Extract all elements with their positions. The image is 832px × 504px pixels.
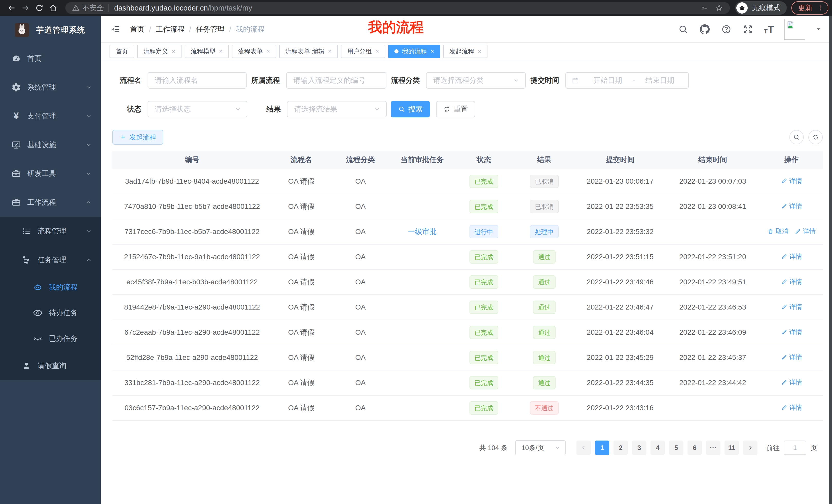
- process-filter-input[interactable]: [286, 72, 386, 89]
- goto-page-input[interactable]: [784, 441, 806, 455]
- sidebar-item-8[interactable]: 我的流程: [0, 274, 101, 300]
- sidebar-item-0[interactable]: 首页: [0, 44, 101, 73]
- detail-link[interactable]: 详情: [781, 277, 802, 286]
- page-button-11[interactable]: 11: [725, 441, 739, 455]
- chevron-down-icon[interactable]: [815, 26, 822, 32]
- action-label: 取消: [776, 227, 788, 235]
- detail-link[interactable]: 详情: [781, 252, 802, 261]
- name-filter-input[interactable]: [148, 72, 246, 89]
- breadcrumb-item[interactable]: 首页: [130, 24, 145, 34]
- show-search-toggle-button[interactable]: [789, 130, 804, 144]
- date-end-placeholder[interactable]: 结束日期: [637, 76, 683, 85]
- sidebar-item-7[interactable]: 任务管理: [0, 246, 101, 274]
- refresh-icon: [443, 106, 450, 113]
- github-icon[interactable]: [699, 24, 710, 35]
- cell-submit-time: 2022-01-22 23:46:04: [575, 320, 665, 345]
- detail-link[interactable]: 详情: [781, 378, 802, 387]
- table-toolbar: 发起流程: [112, 130, 823, 145]
- next-page-button[interactable]: [743, 441, 757, 455]
- browser-reload-button[interactable]: [32, 1, 46, 15]
- close-icon[interactable]: ×: [478, 48, 481, 54]
- sidebar-item-9[interactable]: 待办任务: [0, 300, 101, 326]
- sidebar-item-6[interactable]: 流程管理: [0, 217, 101, 246]
- key-icon[interactable]: [700, 4, 708, 12]
- chevron-down-icon: [85, 170, 92, 177]
- sidebar-item-11[interactable]: 请假查询: [0, 352, 101, 380]
- create-process-button[interactable]: 发起流程: [112, 130, 163, 145]
- cell-result: 通过: [514, 370, 575, 395]
- bookmark-star-icon[interactable]: [715, 4, 723, 12]
- page-button-1[interactable]: 1: [595, 441, 609, 455]
- tab-0[interactable]: 首页: [109, 45, 134, 58]
- prev-page-button[interactable]: [576, 441, 591, 455]
- status-filter-select[interactable]: 请选择状态: [148, 101, 247, 117]
- close-icon[interactable]: ×: [219, 48, 223, 54]
- sidebar-item-3[interactable]: 基础设施: [0, 131, 101, 159]
- page-button-2[interactable]: 2: [614, 441, 628, 455]
- sidebar-item-1[interactable]: 系统管理: [0, 73, 101, 102]
- help-icon[interactable]: [721, 24, 732, 35]
- page-ellipsis-button[interactable]: ···: [706, 441, 721, 455]
- tab-5[interactable]: 用户分组×: [341, 45, 385, 58]
- process-table: 编号流程名流程分类当前审批任务状态结果提交时间结束时间操作 3ad174fb-7…: [112, 151, 823, 421]
- tab-7[interactable]: 发起流程×: [443, 45, 488, 58]
- breadcrumb-item[interactable]: 工作流程: [156, 24, 185, 34]
- filter-row-1: 流程名 所属流程 流程分类 请选择流程分类 提交时间 开始日期 - 结束日期: [120, 72, 832, 89]
- process-filter-label: 所属流程: [251, 76, 280, 85]
- not-secure-icon[interactable]: [72, 4, 80, 12]
- tab-6[interactable]: 我的流程×: [388, 45, 440, 58]
- close-icon[interactable]: ×: [266, 48, 270, 54]
- category-filter-label: 流程分类: [391, 76, 420, 85]
- avatar[interactable]: [784, 19, 805, 40]
- cell-result: 通过: [514, 320, 575, 345]
- tab-3[interactable]: 流程表单×: [232, 45, 276, 58]
- page-button-3[interactable]: 3: [632, 441, 646, 455]
- close-icon[interactable]: ×: [431, 48, 434, 54]
- page-size-select[interactable]: 10条/页: [515, 440, 566, 455]
- tab-4[interactable]: 流程表单-编辑×: [279, 45, 338, 58]
- detail-link[interactable]: 详情: [781, 202, 802, 211]
- date-start-placeholder[interactable]: 开始日期: [585, 76, 630, 85]
- column-header: 提交时间: [575, 151, 665, 169]
- search-icon[interactable]: [677, 24, 689, 35]
- cell-process-name: OA 请假: [272, 219, 331, 244]
- detail-link[interactable]: 详情: [781, 403, 802, 412]
- page-button-6[interactable]: 6: [687, 441, 702, 455]
- tab-1[interactable]: 流程定义×: [137, 45, 182, 58]
- current-task-link[interactable]: 一级审批: [408, 228, 437, 235]
- sidebar-item-10[interactable]: 已办任务: [0, 326, 101, 352]
- cancel-link[interactable]: 取消: [768, 227, 788, 235]
- search-button[interactable]: 搜索: [391, 101, 430, 117]
- browser-update-button[interactable]: 更新: [791, 1, 828, 15]
- page-button-4[interactable]: 4: [650, 441, 665, 455]
- refresh-table-button[interactable]: [808, 130, 823, 144]
- detail-link[interactable]: 详情: [781, 303, 802, 311]
- reset-button[interactable]: 重置: [436, 101, 475, 117]
- browser-back-button[interactable]: [5, 1, 19, 15]
- cell-category: OA: [331, 194, 390, 219]
- sidebar-item-4[interactable]: 研发工具: [0, 159, 101, 188]
- detail-link[interactable]: 详情: [795, 227, 816, 235]
- submit-time-range-picker[interactable]: 开始日期 - 结束日期: [565, 72, 689, 89]
- close-icon[interactable]: ×: [375, 48, 379, 54]
- breadcrumb-item[interactable]: 任务管理: [196, 24, 225, 34]
- detail-link[interactable]: 详情: [781, 328, 802, 336]
- browser-home-button[interactable]: [46, 1, 60, 15]
- address-bar[interactable]: 不安全 dashboard.yudao.iocoder.cn/bpm/task/…: [65, 2, 730, 14]
- font-size-icon[interactable]: TT: [764, 24, 774, 34]
- fullscreen-icon[interactable]: [742, 24, 754, 35]
- tab-2[interactable]: 流程模型×: [185, 45, 229, 58]
- browser-forward-button[interactable]: [19, 1, 32, 15]
- detail-link[interactable]: 详情: [781, 177, 802, 185]
- category-filter-select[interactable]: 请选择流程分类: [426, 72, 526, 89]
- chevron-down-icon: [85, 84, 92, 91]
- browser-scrollbar[interactable]: [829, 16, 832, 504]
- close-icon[interactable]: ×: [172, 48, 175, 54]
- detail-link[interactable]: 详情: [781, 353, 802, 361]
- close-icon[interactable]: ×: [328, 48, 332, 54]
- sidebar-item-2[interactable]: ¥支付管理: [0, 102, 101, 131]
- sidebar-collapse-icon[interactable]: [108, 22, 123, 36]
- page-button-5[interactable]: 5: [669, 441, 683, 455]
- result-filter-select[interactable]: 请选择流结果: [287, 101, 387, 117]
- sidebar-item-5[interactable]: 工作流程: [0, 188, 101, 217]
